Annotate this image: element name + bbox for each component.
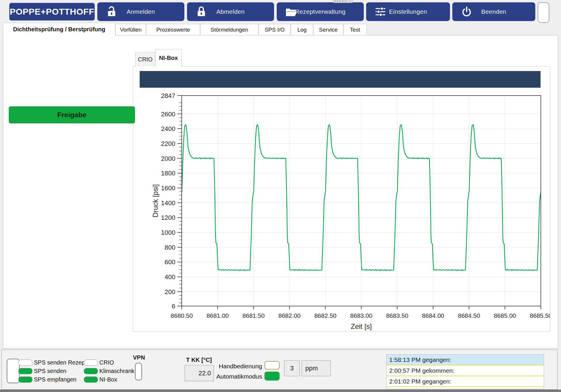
tab-vorfuellen[interactable]: Vorfüllen: [115, 24, 146, 35]
abmelden-label: Abmelden: [217, 8, 245, 15]
sps-senden-rezept-label: SPS senden Rezept: [34, 359, 86, 366]
klimaschrank-led: [84, 368, 98, 374]
chart-tab-crio[interactable]: CRIO: [135, 52, 155, 67]
tab-dichtheitspruefung[interactable]: Dichtheitsprüfung / Berstprüfung: [3, 23, 115, 36]
tab-service[interactable]: Service: [313, 24, 343, 35]
sps-empfangen-label: SPS empfangen: [34, 376, 77, 383]
folder-icon: [284, 5, 298, 18]
log-entry[interactable]: 2:01:02 PM gegangen:: [387, 376, 544, 387]
crio-label: CRIO: [99, 359, 114, 366]
automatikmodus-label: Automatikmodus: [202, 373, 262, 380]
y-tick-label: 2600: [161, 110, 175, 118]
y-tick-label: 1600: [161, 184, 175, 192]
x-tick-label: 8682.00: [278, 312, 301, 319]
rezeptverwaltung-button[interactable]: Rezeptverwaltung: [277, 2, 364, 21]
einstellungen-label: Einstellungen: [389, 8, 427, 15]
window-bottom-edge: [0, 390, 561, 392]
log-entry[interactable]: 1:58:13 PM gegangen:: [387, 355, 544, 365]
status-main-led: [7, 359, 20, 383]
vpn-label: VPN: [133, 354, 145, 361]
y-tick-label: 2000: [161, 155, 175, 162]
tab-prozesswerte[interactable]: Prozesswerte: [146, 24, 200, 35]
toolbar-indicator: [538, 2, 549, 23]
beenden-label: Beenden: [481, 8, 506, 15]
automatikmodus-led: [264, 372, 280, 381]
x-tick-label: 8682.50: [314, 312, 337, 319]
x-tick-label: 8685.00: [494, 312, 516, 319]
x-tick-label: 8683.00: [350, 312, 373, 319]
log-entry[interactable]: 2:00:57 PM gekommen:: [387, 365, 544, 376]
tkk-label: T KK [°C]: [186, 357, 212, 363]
crio-led: [84, 360, 98, 366]
y-tick-label: 1400: [161, 199, 175, 207]
unlock-icon: [105, 5, 118, 18]
rezeptverwaltung-label: Rezeptverwaltung: [295, 8, 346, 15]
y-tick-label: 2200: [161, 140, 175, 147]
ppm-unit-field: ppm: [302, 360, 331, 376]
y-tick-label: 1800: [161, 170, 175, 177]
company-logo: POPPE+POTTHOFF: [9, 2, 95, 21]
beenden-button[interactable]: Beenden: [452, 2, 535, 21]
power-icon: [460, 5, 473, 18]
x-tick-label: 8680.50: [171, 312, 193, 319]
clipped-window-fragment: [333, 0, 353, 3]
anmelden-label: Anmelden: [127, 8, 155, 15]
pressure-chart: 6200400600800100012001400160018002000220…: [133, 66, 550, 332]
handbedienung-label: Handbedienung: [205, 363, 262, 370]
tab-sps-io[interactable]: SPS I/O: [259, 24, 291, 35]
nibox-led: [84, 377, 98, 383]
y-tick-label: 2847: [161, 92, 175, 99]
tab-log[interactable]: Log: [291, 24, 313, 35]
klimaschrank-label: Klimaschrank: [99, 368, 134, 374]
y-tick-label: 800: [165, 244, 175, 251]
handbedienung-led: [264, 361, 280, 369]
x-tick-label: 8681.50: [243, 312, 265, 319]
event-log-list[interactable]: 1:58:13 PM gegangen: 2:00:57 PM gekommen…: [386, 354, 544, 389]
y-tick-label: 400: [165, 273, 175, 281]
x-tick-label: 8681.00: [207, 312, 229, 319]
sps-senden-label: SPS senden: [34, 368, 66, 374]
y-tick-label: 1000: [161, 229, 175, 236]
einstellungen-button[interactable]: Einstellungen: [366, 2, 450, 21]
freigabe-button[interactable]: Freigabe: [9, 106, 135, 123]
sps-empfangen-led: [18, 377, 32, 383]
x-tick-label: 8685.50: [530, 312, 550, 319]
sps-senden-led: [18, 368, 32, 374]
y-tick-label: 6: [172, 303, 175, 310]
abmelden-button[interactable]: Abmelden: [187, 2, 274, 21]
chart-tab-nibox[interactable]: NI-Box: [155, 49, 182, 67]
tab-test[interactable]: Test: [343, 24, 367, 35]
tab-stoermeldungen[interactable]: Störmeldungen: [200, 24, 259, 35]
vpn-led: [135, 363, 142, 380]
x-tick-label: 8684.00: [422, 312, 444, 319]
sps-senden-rezept-led: [18, 360, 32, 366]
lock-icon: [195, 5, 208, 18]
app-window: POPPE+POTTHOFF Anmelden Abmelden: [0, 0, 561, 392]
anmelden-button[interactable]: Anmelden: [97, 2, 184, 21]
x-tick-label: 8683.50: [386, 312, 408, 319]
x-tick-label: 8684.50: [458, 312, 480, 319]
ppm-value-field: 3: [284, 360, 300, 376]
y-tick-label: 2400: [161, 125, 175, 132]
y-axis-title: Druck [psi]: [151, 184, 159, 217]
y-tick-label: 600: [165, 258, 175, 266]
y-tick-label: 200: [165, 288, 175, 296]
x-axis-title: Zeit [s]: [351, 322, 372, 330]
nibox-label: NI-Box: [99, 376, 117, 383]
y-tick-label: 1200: [161, 214, 175, 221]
sliders-icon: [374, 5, 387, 18]
